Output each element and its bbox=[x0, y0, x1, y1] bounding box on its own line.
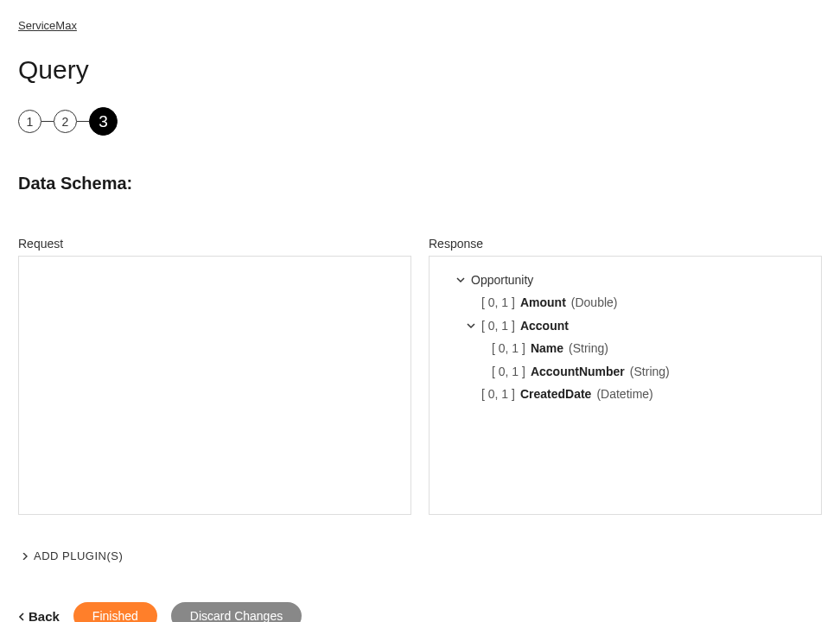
request-label: Request bbox=[18, 237, 411, 251]
chevron-left-icon bbox=[18, 609, 25, 623]
request-box[interactable] bbox=[18, 256, 411, 515]
tree-node-account-number[interactable]: [ 0, 1 ] AccountNumber (String) bbox=[442, 360, 809, 383]
tree-node-amount[interactable]: [ 0, 1 ] Amount (Double) bbox=[442, 291, 809, 314]
chevron-down-icon[interactable] bbox=[466, 321, 476, 330]
chevron-right-icon bbox=[22, 549, 29, 562]
add-plugins-toggle[interactable]: ADD PLUGIN(S) bbox=[18, 549, 822, 562]
tree-node-createddate[interactable]: [ 0, 1 ] CreatedDate (Datetime) bbox=[442, 383, 809, 405]
page-root: ServiceMax Query 1 2 3 Data Schema: Requ… bbox=[0, 0, 840, 622]
add-plugins-label: ADD PLUGIN(S) bbox=[34, 549, 123, 562]
field-name: CreatedDate bbox=[520, 384, 591, 403]
discard-changes-button[interactable]: Discard Changes bbox=[171, 602, 302, 622]
step-connector bbox=[77, 121, 89, 122]
chevron-down-icon[interactable] bbox=[455, 276, 466, 284]
cardinality: [ 0, 1 ] bbox=[481, 316, 515, 335]
cardinality: [ 0, 1 ] bbox=[492, 339, 525, 358]
breadcrumb-servicemax[interactable]: ServiceMax bbox=[18, 19, 77, 32]
response-column: Response Opportunity [ 0, 1 ] Amount (Do… bbox=[429, 237, 822, 515]
cardinality: [ 0, 1 ] bbox=[492, 362, 525, 381]
back-label: Back bbox=[29, 609, 60, 623]
step-3[interactable]: 3 bbox=[89, 107, 118, 136]
back-button[interactable]: Back bbox=[18, 609, 60, 623]
step-connector bbox=[41, 121, 54, 122]
field-type: (String) bbox=[630, 362, 670, 381]
field-name: Amount bbox=[520, 293, 566, 312]
cardinality: [ 0, 1 ] bbox=[481, 384, 515, 403]
field-type: (String) bbox=[569, 339, 608, 358]
page-title: Query bbox=[18, 55, 822, 85]
wizard-steps: 1 2 3 bbox=[18, 107, 822, 136]
request-column: Request bbox=[18, 237, 411, 515]
schema-row: Request Response Opportunity [ 0, 1 ] bbox=[18, 237, 822, 515]
footer-actions: Back Finished Discard Changes bbox=[18, 602, 822, 622]
field-name: AccountNumber bbox=[531, 362, 625, 381]
step-2[interactable]: 2 bbox=[54, 110, 77, 133]
tree-node-account-name[interactable]: [ 0, 1 ] Name (String) bbox=[442, 337, 809, 359]
response-tree: Opportunity [ 0, 1 ] Amount (Double) [ 0… bbox=[442, 269, 809, 405]
finished-button[interactable]: Finished bbox=[73, 602, 157, 622]
section-title-data-schema: Data Schema: bbox=[18, 174, 822, 194]
response-label: Response bbox=[429, 237, 822, 251]
tree-label: Opportunity bbox=[471, 270, 533, 289]
step-1[interactable]: 1 bbox=[18, 110, 41, 133]
field-type: (Datetime) bbox=[596, 384, 652, 403]
field-name: Name bbox=[531, 339, 563, 358]
response-box[interactable]: Opportunity [ 0, 1 ] Amount (Double) [ 0… bbox=[429, 256, 822, 515]
field-name: Account bbox=[520, 316, 569, 335]
cardinality: [ 0, 1 ] bbox=[481, 293, 515, 312]
tree-node-account[interactable]: [ 0, 1 ] Account bbox=[442, 314, 809, 337]
tree-node-opportunity[interactable]: Opportunity bbox=[442, 269, 809, 291]
field-type: (Double) bbox=[571, 293, 618, 312]
